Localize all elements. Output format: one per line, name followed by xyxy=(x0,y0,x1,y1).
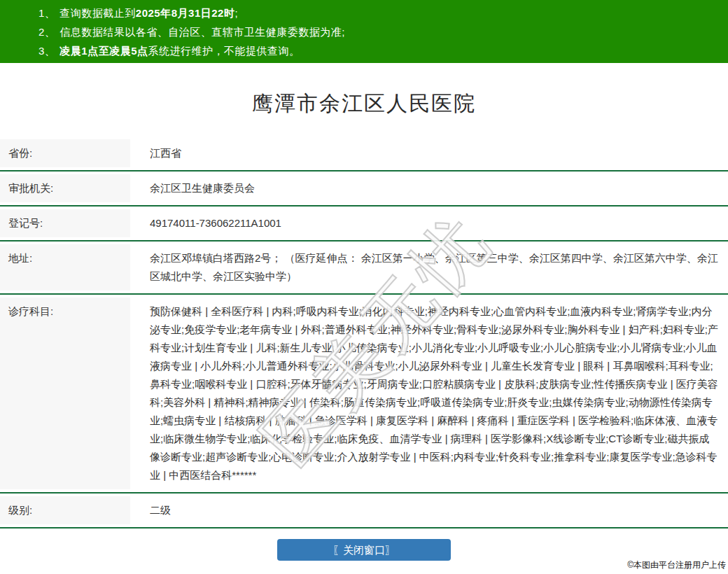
notice-1-bold: 2025年8月31日22时 xyxy=(136,7,235,19)
notice-2-number: 2、 xyxy=(38,26,55,38)
notice-3-number: 3、 xyxy=(38,45,55,57)
notice-line-3: 3、凌晨1点至凌晨5点系统进行维护，不能提供查询。 xyxy=(38,41,728,60)
notice-1-number: 1、 xyxy=(38,7,55,19)
registration-number-label: 登记号: xyxy=(0,206,130,240)
table-row-approval-authority: 审批机关: 余江区卫生健康委员会 xyxy=(0,172,728,206)
table-row-province: 省份: 江西省 xyxy=(0,136,728,172)
table-row-address: 地址: 余江区邓埠镇白塔西路2号； （医疗延伸点： 余江区第一小学、余江区第三中… xyxy=(0,241,728,295)
notice-line-1: 1、查询数据截止到2025年8月31日22时; xyxy=(38,4,728,22)
province-value: 江西省 xyxy=(130,136,728,170)
level-label: 级别: xyxy=(0,493,130,527)
approval-authority-label: 审批机关: xyxy=(0,172,130,205)
address-value: 余江区邓埠镇白塔西路2号； （医疗延伸点： 余江区第一小学、余江区第三中学、余江… xyxy=(130,241,728,293)
notice-banner: 1、查询数据截止到2025年8月31日22时; 2、信息数据结果以各省、自治区、… xyxy=(0,0,728,63)
notice-1-text: 查询数据截止到 xyxy=(59,7,136,19)
button-area: 〖关闭窗口〗 xyxy=(0,539,728,561)
notice-3-suffix: 系统进行维护，不能提供查询。 xyxy=(148,45,300,57)
notice-line-2: 2、信息数据结果以各省、自治区、直辖市卫生健康委数据为准; xyxy=(38,22,728,41)
page-title: 鹰潭市余江区人民医院 xyxy=(0,90,728,118)
close-window-button[interactable]: 〖关闭窗口〗 xyxy=(277,539,451,561)
level-value: 二级 xyxy=(130,493,728,527)
notice-3-bold: 凌晨1点至凌晨5点 xyxy=(59,45,148,57)
medical-subjects-value: 预防保健科 | 全科医疗科 | 内科;呼吸内科专业;消化内科专业;神经内科专业;… xyxy=(130,295,728,492)
approval-authority-value: 余江区卫生健康委员会 xyxy=(130,172,728,205)
hospital-info-table: 省份: 江西省 审批机关: 余江区卫生健康委员会 登记号: 49174011-7… xyxy=(0,136,728,528)
table-row-medical-subjects: 诊疗科目: 预防保健科 | 全科医疗科 | 内科;呼吸内科专业;消化内科专业;神… xyxy=(0,295,728,493)
province-label: 省份: xyxy=(0,136,130,170)
table-row-level: 级别: 二级 xyxy=(0,493,728,528)
notice-1-suffix: ; xyxy=(234,7,238,19)
address-label: 地址: xyxy=(0,241,130,293)
medical-subjects-label: 诊疗科目: xyxy=(0,295,130,492)
table-row-registration-number: 登记号: 49174011-736062211A1001 xyxy=(0,206,728,241)
registration-number-value: 49174011-736062211A1001 xyxy=(130,206,728,240)
image-credit-text: ©本图由平台注册用户上传 xyxy=(627,559,726,571)
notice-2-text: 信息数据结果以各省、自治区、直辖市卫生健康委数据为准; xyxy=(59,26,345,38)
